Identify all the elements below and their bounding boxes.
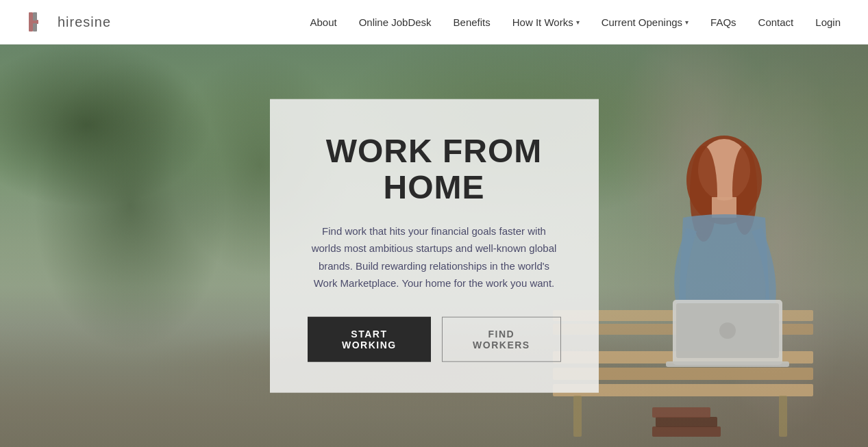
svg-point-18 [719,322,736,339]
hero-buttons: START WORKING FIND WORKERS [308,316,561,361]
svg-rect-21 [656,417,717,427]
svg-rect-7 [573,396,582,437]
svg-rect-2 [33,12,37,21]
svg-rect-3 [33,23,37,31]
logo[interactable]: hiresine [27,10,111,34]
nav-login[interactable]: Login [815,16,841,28]
hero-card: WORK FROM HOME Find work that hits your … [270,99,599,393]
logo-text: hiresine [58,14,111,30]
hero-subtitle: Find work that hits your financial goals… [308,222,561,292]
hero-section: WORK FROM HOME Find work that hits your … [0,44,868,447]
svg-rect-19 [666,361,789,367]
nav-faqs[interactable]: FAQs [710,16,736,28]
nav-contact[interactable]: Contact [758,16,794,28]
svg-rect-22 [652,407,710,418]
hero-title: WORK FROM HOME [308,133,561,206]
logo-icon [27,10,52,34]
nav-benefits[interactable]: Benefits [454,16,491,28]
svg-rect-8 [779,396,787,437]
header: hiresine About Online JobDesk Benefits H… [0,0,868,44]
chevron-down-icon: ▾ [576,18,580,26]
find-workers-button[interactable]: FIND WORKERS [442,316,560,361]
nav-how-it-works[interactable]: How It Works ▾ [512,16,580,28]
nav-current-openings[interactable]: Current Openings ▾ [602,16,689,28]
chevron-down-icon: ▾ [685,18,689,26]
nav-jobdesk[interactable]: Online JobDesk [359,16,432,28]
svg-rect-20 [652,426,721,437]
main-nav: About Online JobDesk Benefits How It Wor… [310,16,841,28]
start-working-button[interactable]: START WORKING [308,316,432,361]
nav-about[interactable]: About [310,16,336,28]
